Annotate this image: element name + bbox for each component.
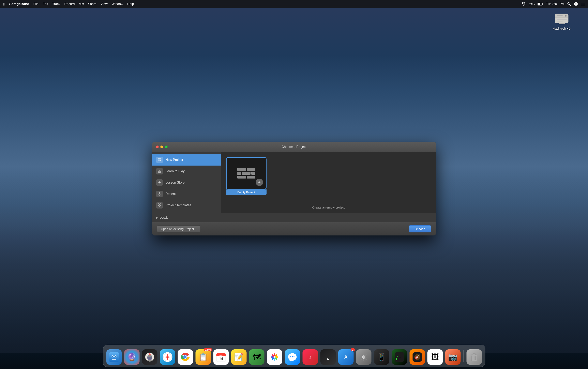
sidebar-label-lesson-store: Lesson Store <box>165 181 185 184</box>
desktop:  GarageBand File Edit Track Record Mix … <box>0 0 588 369</box>
app-name[interactable]: GarageBand <box>9 2 29 6</box>
project-templates-icon <box>156 202 163 208</box>
svg-rect-2 <box>538 3 540 5</box>
menubar-left:  GarageBand File Edit Track Record Mix … <box>3 2 134 7</box>
sidebar-label-learn-to-play: Learn to Play <box>165 169 185 173</box>
svg-line-4 <box>569 4 571 5</box>
svg-point-26 <box>160 171 161 172</box>
menu-edit[interactable]: Edit <box>42 2 48 6</box>
menubar:  GarageBand File Edit Track Record Mix … <box>0 0 588 8</box>
svg-rect-22 <box>158 160 160 161</box>
sidebar-item-new-project[interactable]: New Project <box>152 154 221 165</box>
empty-project-label: Empty Project <box>226 189 267 195</box>
modal-bottombar: Open an existing Project... Choose <box>152 222 436 236</box>
menu-track[interactable]: Track <box>52 2 60 6</box>
empty-project-icon <box>237 168 255 179</box>
battery-icon <box>537 3 543 5</box>
modal-overlay: Choose a Project <box>0 8 588 369</box>
new-project-icon <box>156 157 163 163</box>
sidebar-item-learn-to-play[interactable]: Learn to Play <box>152 165 221 177</box>
svg-rect-21 <box>158 159 161 160</box>
svg-rect-32 <box>160 204 161 205</box>
choose-button[interactable]: Choose <box>409 225 431 232</box>
sidebar-item-project-templates[interactable]: Project Templates <box>152 200 221 211</box>
wifi-icon[interactable] <box>522 2 526 6</box>
maximize-button[interactable] <box>165 145 168 148</box>
svg-line-30 <box>160 194 160 194</box>
modal-details-section[interactable]: ▶ Details <box>152 213 436 222</box>
menu-file[interactable]: File <box>33 2 39 6</box>
empty-project-tile-inner: + <box>226 157 267 189</box>
menubar-time: Tue 8:01 PM <box>546 2 565 6</box>
menu-help[interactable]: Help <box>127 2 134 6</box>
lesson-store-icon <box>156 179 163 186</box>
sidebar-item-recent[interactable]: Recent <box>152 188 221 200</box>
svg-rect-31 <box>158 204 159 205</box>
modal-sidebar: New Project Learn to Play <box>152 152 221 213</box>
menu-window[interactable]: Window <box>112 2 123 6</box>
svg-rect-20 <box>158 159 161 159</box>
content-grid: + Empty Project <box>221 152 436 202</box>
menu-mix[interactable]: Mix <box>79 2 84 6</box>
apple-menu[interactable]:  <box>3 2 5 7</box>
menu-share[interactable]: Share <box>88 2 97 6</box>
app-switcher-icon[interactable] <box>581 3 585 5</box>
empty-project-tile[interactable]: + Empty Project <box>226 157 267 195</box>
modal-content: + Empty Project Create an empty project <box>221 152 436 213</box>
svg-rect-34 <box>160 205 161 207</box>
menu-record[interactable]: Record <box>64 2 75 6</box>
svg-point-6 <box>575 3 577 5</box>
details-arrow-icon: ▶ <box>156 216 158 219</box>
status-text: Create an empty project <box>312 206 345 209</box>
menubar-right: 59% Tue 8:01 PM <box>522 2 585 6</box>
modal-titlebar: Choose a Project <box>152 142 436 152</box>
control-center-icon[interactable] <box>574 2 578 6</box>
menu-view[interactable]: View <box>101 2 107 6</box>
modal-body: New Project Learn to Play <box>152 152 436 213</box>
svg-rect-1 <box>542 3 543 5</box>
sidebar-label-project-templates: Project Templates <box>165 204 191 207</box>
traffic-lights <box>156 145 168 148</box>
minimize-button[interactable] <box>160 145 163 148</box>
learn-to-play-icon <box>156 168 163 174</box>
details-label: Details <box>160 216 168 219</box>
plus-circle-icon: + <box>256 179 263 186</box>
svg-point-25 <box>158 171 159 172</box>
close-button[interactable] <box>156 145 159 148</box>
content-status-bar: Create an empty project <box>221 202 436 213</box>
choose-project-modal: Choose a Project <box>152 142 436 236</box>
search-icon[interactable] <box>567 2 571 6</box>
recent-icon <box>156 191 163 197</box>
svg-rect-33 <box>158 205 159 207</box>
sidebar-label-new-project: New Project <box>165 158 183 162</box>
svg-marker-27 <box>158 181 161 184</box>
modal-title: Choose a Project <box>281 145 307 149</box>
open-existing-button[interactable]: Open an existing Project... <box>157 225 200 232</box>
sidebar-item-lesson-store[interactable]: Lesson Store <box>152 177 221 188</box>
sidebar-label-recent: Recent <box>165 192 176 196</box>
battery-percent: 59% <box>529 2 535 6</box>
